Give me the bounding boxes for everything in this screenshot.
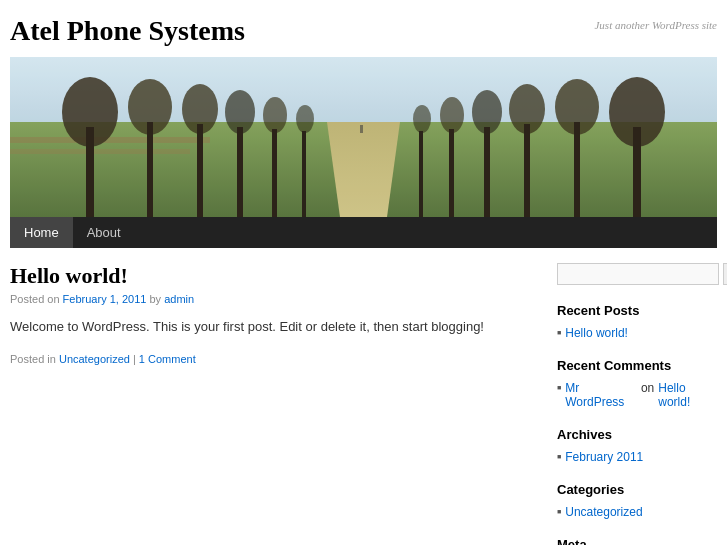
posted-in-label: Posted in — [10, 353, 56, 365]
category-link[interactable]: Uncategorized — [565, 505, 642, 519]
post-title: Hello world! — [10, 263, 537, 289]
nav-item-home[interactable]: Home — [10, 217, 73, 248]
comment-on-text: on — [641, 381, 654, 395]
meta-widget: Meta Log in Entries RSS Comments RSS Wor… — [557, 537, 717, 545]
archive-item: February 2011 — [557, 448, 717, 466]
posted-on-label: Posted on — [10, 293, 60, 305]
navigation: Home About — [10, 217, 717, 248]
meta-title: Meta — [557, 537, 717, 545]
nav-link-home[interactable]: Home — [10, 217, 73, 248]
nav-item-about[interactable]: About — [73, 217, 135, 248]
archives-title: Archives — [557, 427, 717, 442]
site-header: Atel Phone Systems Just another WordPres… — [10, 0, 717, 57]
post: Hello world! Posted on February 1, 2011 … — [10, 263, 537, 365]
hero-svg — [10, 57, 717, 217]
nav-link-about[interactable]: About — [73, 217, 135, 248]
search-input[interactable] — [557, 263, 719, 285]
recent-post-link[interactable]: Hello world! — [565, 326, 628, 340]
post-comments-link[interactable]: 1 Comment — [139, 353, 196, 365]
post-category-link[interactable]: Uncategorized — [59, 353, 130, 365]
content-area: Hello world! Posted on February 1, 2011 … — [10, 248, 717, 545]
post-footer: Posted in Uncategorized | 1 Comment — [10, 353, 537, 365]
comment-post-link[interactable]: Hello world! — [658, 381, 717, 409]
post-date-link[interactable]: February 1, 2011 — [63, 293, 147, 305]
recent-comments-widget: Recent Comments Mr WordPress on Hello wo… — [557, 358, 717, 411]
site-tagline: Just another WordPress site — [594, 19, 717, 31]
nav-list: Home About — [10, 217, 717, 248]
recent-comments-list: Mr WordPress on Hello world! — [557, 379, 717, 411]
archives-list: February 2011 — [557, 448, 717, 466]
search-button[interactable]: Search — [723, 263, 727, 285]
hero-image — [10, 57, 717, 217]
archives-widget: Archives February 2011 — [557, 427, 717, 466]
recent-comment-item: Mr WordPress on Hello world! — [557, 379, 717, 411]
categories-list: Uncategorized — [557, 503, 717, 521]
recent-comments-title: Recent Comments — [557, 358, 717, 373]
recent-posts-list: Hello world! — [557, 324, 717, 342]
post-meta: Posted on February 1, 2011 by admin — [10, 293, 537, 305]
recent-posts-title: Recent Posts — [557, 303, 717, 318]
main-content: Hello world! Posted on February 1, 2011 … — [10, 263, 537, 545]
recent-post-item: Hello world! — [557, 324, 717, 342]
recent-posts-widget: Recent Posts Hello world! — [557, 303, 717, 342]
site-title-link[interactable]: Atel Phone Systems — [10, 15, 245, 46]
search-widget: Search — [557, 263, 717, 285]
by-label: by — [149, 293, 161, 305]
post-title-link[interactable]: Hello world! — [10, 263, 128, 288]
post-author-link[interactable]: admin — [164, 293, 194, 305]
categories-title: Categories — [557, 482, 717, 497]
categories-widget: Categories Uncategorized — [557, 482, 717, 521]
comment-author-link[interactable]: Mr WordPress — [565, 381, 637, 409]
sidebar: Search Recent Posts Hello world! Recent … — [557, 263, 717, 545]
post-body: Welcome to WordPress. This is your first… — [10, 317, 537, 338]
category-item: Uncategorized — [557, 503, 717, 521]
svg-rect-30 — [10, 57, 717, 217]
archive-link[interactable]: February 2011 — [565, 450, 643, 464]
